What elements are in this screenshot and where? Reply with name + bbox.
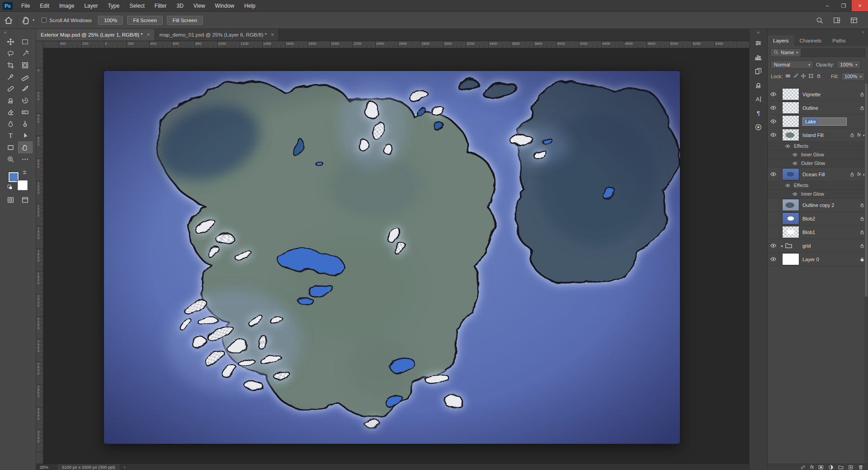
effect-visibility-toggle[interactable] [783, 183, 792, 188]
gradient-tool[interactable] [18, 106, 33, 118]
lock-small-icon[interactable] [849, 172, 855, 177]
panel-libraries-button[interactable] [751, 64, 766, 78]
visibility-toggle[interactable] [768, 101, 779, 114]
checkbox[interactable] [42, 18, 47, 23]
menu-image[interactable]: Image [54, 0, 79, 11]
layer-row-lake[interactable]: Lake [768, 115, 868, 128]
layer-thumbnail[interactable] [783, 254, 799, 265]
collapse-panel-icon[interactable]: « [862, 30, 864, 34]
layout-button[interactable] [832, 15, 842, 25]
layer-style-button[interactable]: fx [810, 465, 814, 470]
tab-close-icon[interactable]: × [271, 32, 274, 38]
layer-group-cell[interactable]: ▸ [779, 242, 802, 249]
layer-row-blob1[interactable]: Blob1 [768, 226, 868, 239]
menu-select[interactable]: Select [124, 0, 149, 11]
menu-edit[interactable]: Edit [35, 0, 54, 11]
visibility-toggle[interactable] [768, 226, 779, 239]
close-button[interactable]: × [852, 0, 868, 11]
fill-screen-button[interactable]: Fill Screen [167, 16, 203, 25]
current-tool-button[interactable]: ▾ [21, 15, 34, 25]
panel-paragraph-button[interactable]: ¶ [751, 106, 766, 120]
visibility-toggle[interactable] [768, 239, 779, 252]
workspace-button[interactable] [849, 15, 859, 25]
visibility-toggle[interactable] [768, 115, 779, 128]
lasso-tool[interactable] [4, 47, 18, 59]
effect-row-effects[interactable]: Effects [768, 142, 868, 150]
ruler-corner[interactable] [36, 41, 43, 48]
crop-tool[interactable] [4, 59, 18, 71]
layer-thumbnail[interactable] [783, 169, 799, 180]
layer-row-ocean-fill[interactable]: Ocean Fillfx ▴ [768, 168, 868, 181]
brush-tool[interactable] [18, 83, 33, 94]
panel-tab-paths[interactable]: Paths [827, 35, 851, 46]
minimize-button[interactable]: – [819, 0, 835, 11]
lock-transparent-button[interactable] [785, 73, 791, 80]
group-expand-icon[interactable]: ▸ [781, 244, 783, 248]
eraser-tool[interactable] [4, 106, 18, 118]
document-tab[interactable]: Exterior Map.psd @ 25% (Layer 1, RGB/8) … [36, 29, 155, 41]
layer-thumbnail[interactable] [783, 226, 799, 238]
lock-paint-button[interactable] [793, 73, 798, 80]
status-chevron-icon[interactable]: › [124, 465, 125, 470]
layer-thumbnail[interactable] [783, 199, 799, 211]
blur-tool[interactable] [4, 118, 18, 130]
menu-filter[interactable]: Filter [150, 0, 172, 11]
tab-close-icon[interactable]: × [147, 32, 150, 38]
ruler-tool[interactable] [18, 71, 33, 83]
document-tab[interactable]: map_demo_01.psd @ 25% (Layer 6, RGB/8) *… [155, 29, 279, 41]
background-color-swatch[interactable] [18, 180, 28, 190]
layer-row-outline[interactable]: Outline [768, 101, 868, 115]
layer-row-layer-0[interactable]: Layer 0 [768, 253, 868, 266]
scroll-all-windows-option[interactable]: Scroll All Windows [42, 18, 92, 23]
fore​ground-color-swatch[interactable] [9, 172, 19, 182]
menu-layer[interactable]: Layer [79, 0, 103, 11]
horizontal-ruler[interactable]: 4002000200400600800100012001400160018002… [43, 41, 749, 48]
layer-rename-input[interactable]: Lake [802, 118, 847, 126]
vertical-ruler[interactable]: 02 0 04 0 06 0 08 0 01 0 0 01 2 0 01 4 0… [36, 48, 43, 464]
quick-mask-button[interactable] [4, 194, 18, 206]
lock-small-button[interactable] [816, 73, 821, 80]
panel-histogram-button[interactable] [751, 50, 766, 64]
canvas-viewport[interactable]: 02 0 04 0 06 0 08 0 01 0 0 01 2 0 01 4 0… [36, 48, 749, 464]
swap-colors-icon[interactable] [22, 169, 28, 175]
marquee-tool[interactable] [18, 36, 33, 47]
visibility-toggle[interactable] [768, 168, 779, 181]
effect-visibility-toggle[interactable] [790, 160, 799, 166]
search-button[interactable] [815, 15, 825, 25]
magic-wand-tool[interactable] [18, 47, 33, 59]
visibility-toggle[interactable] [768, 88, 779, 101]
panel-properties-button[interactable] [751, 36, 766, 50]
search-kind-dropdown[interactable]: Name ▾ [770, 48, 801, 57]
layer-row-island-fill[interactable]: Island Fillfx ▴ [768, 128, 868, 142]
type-tool[interactable]: T [4, 130, 18, 141]
menu-type[interactable]: Type [103, 0, 124, 11]
effect-visibility-toggle[interactable] [790, 191, 799, 197]
layer-thumbnail[interactable] [783, 102, 799, 113]
menu-window[interactable]: Window [210, 0, 240, 11]
layer-row-outline-copy-2[interactable]: Outline copy 2 [768, 198, 868, 212]
link-button[interactable] [800, 465, 806, 470]
default-colors-icon[interactable] [8, 185, 12, 189]
mask-button[interactable] [818, 465, 824, 470]
shape-tool[interactable] [4, 141, 18, 153]
layer-thumbnail[interactable] [783, 129, 799, 141]
edit-toolbar[interactable] [18, 153, 33, 165]
zoom-tool[interactable] [4, 153, 18, 165]
hand-tool[interactable] [18, 141, 33, 153]
fx-badge[interactable]: fx [857, 132, 861, 137]
lock-small-icon[interactable] [849, 132, 855, 138]
expand-panels-icon[interactable]: « [750, 29, 767, 36]
visibility-toggle[interactable] [768, 128, 779, 141]
fit-screen-button[interactable]: Fit Screen [127, 16, 162, 25]
layer-row-blob2[interactable]: Blob2 [768, 212, 868, 226]
layers-scrollbar[interactable] [864, 82, 868, 464]
panel-color-button[interactable] [751, 120, 766, 134]
layer-row-grid[interactable]: ▸grid [768, 239, 868, 253]
effect-visibility-toggle[interactable] [783, 143, 792, 149]
eyedropper-tool[interactable] [4, 71, 18, 83]
layer-thumbnail[interactable] [783, 89, 799, 100]
effect-row-inner-glow[interactable]: Inner Glow [768, 190, 868, 198]
trash-button[interactable] [858, 465, 863, 470]
layer-thumbnail[interactable] [783, 116, 799, 127]
effect-visibility-toggle[interactable] [790, 152, 799, 158]
